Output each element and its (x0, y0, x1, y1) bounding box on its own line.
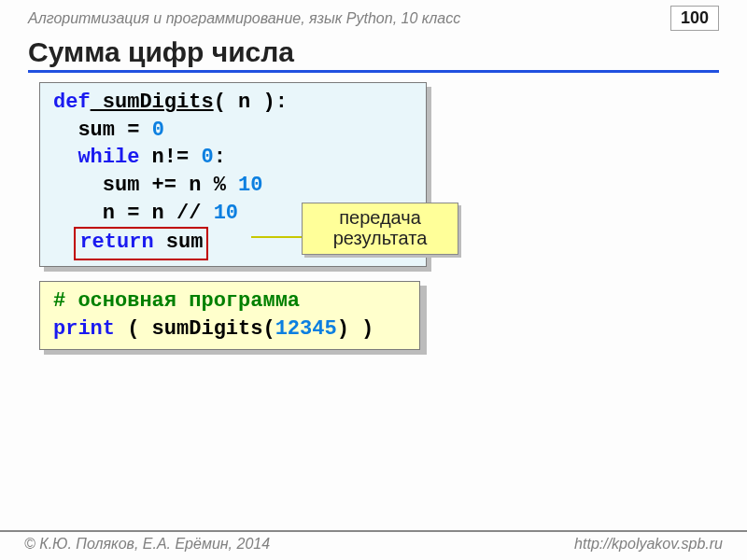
slide-footer: © К.Ю. Поляков, Е.А. Ерёмин, 2014 http:/… (0, 530, 747, 560)
return-highlight: return sum (74, 227, 208, 260)
chapter-title: Алгоритмизация и программирование, язык … (28, 10, 460, 27)
slide-title: Сумма цифр числа (28, 36, 719, 73)
copyright: © К.Ю. Поляков, Е.А. Ерёмин, 2014 (24, 536, 270, 553)
slide-header: Алгоритмизация и программирование, язык … (0, 0, 747, 33)
code-body-main: # основная программа print ( sumDigits(1… (39, 281, 420, 349)
page-number: 100 (670, 6, 719, 31)
callout-label: передача результата (302, 203, 458, 255)
code-function-definition: def sumDigits( n ): sum = 0 while n!= 0:… (39, 82, 427, 267)
code-main-program: # основная программа print ( sumDigits(1… (39, 281, 422, 349)
footer-url: http://kpolyakov.spb.ru (574, 536, 723, 553)
callout-connector (251, 236, 303, 238)
code-body: def sumDigits( n ): sum = 0 while n!= 0:… (39, 82, 427, 267)
